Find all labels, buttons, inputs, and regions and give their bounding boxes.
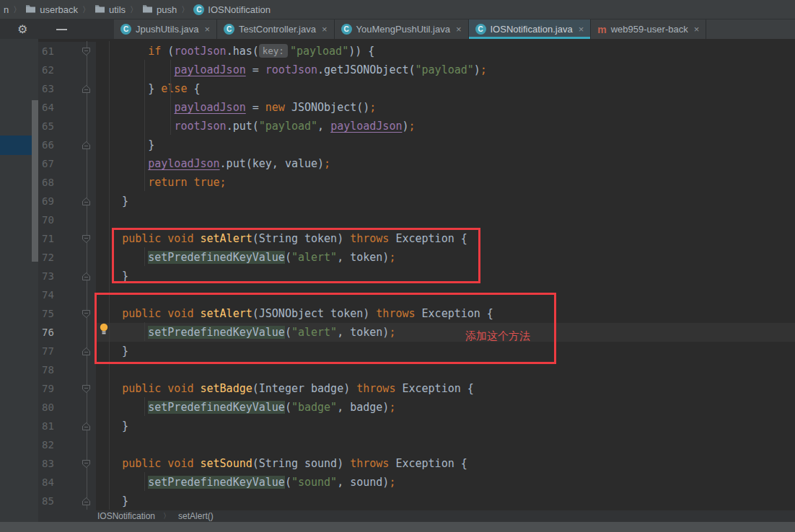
code-text[interactable]: [96, 360, 795, 379]
fold-marker-down-icon[interactable]: [76, 304, 96, 323]
code-editor[interactable]: 61 if (rootJson.has(key:"payload")) {62 …: [38, 39, 795, 510]
code-line-84: 84 setPredefinedKeyValue("sound", sound)…: [38, 473, 795, 492]
code-text[interactable]: payloadJson.put(key, value);: [96, 154, 795, 173]
close-icon[interactable]: ×: [456, 24, 462, 35]
editor-gutter[interactable]: 81: [38, 417, 96, 435]
breadcrumb-method[interactable]: setAlert(): [178, 511, 214, 521]
tab-iosnotification-java[interactable]: CIOSNotification.java×: [469, 19, 592, 39]
editor-gutter[interactable]: 68: [38, 173, 96, 192]
intention-bulb-icon[interactable]: [99, 323, 109, 337]
editor-gutter[interactable]: 66: [38, 136, 96, 154]
editor-gutter[interactable]: 70: [38, 210, 96, 229]
breadcrumb-item-userback[interactable]: userback: [23, 4, 80, 15]
gear-icon[interactable]: ⚙: [17, 24, 27, 35]
breadcrumb-item-utils[interactable]: utils: [92, 4, 128, 15]
fold-marker-down-icon[interactable]: [76, 229, 96, 248]
editor-gutter[interactable]: 75: [38, 304, 96, 323]
code-text[interactable]: setPredefinedKeyValue("sound", sound);: [96, 473, 795, 492]
editor-gutter[interactable]: 71: [38, 229, 96, 248]
code-line-85: 85 }: [38, 492, 795, 510]
ide-window: n〉userback〉utils〉push〉CIOSNotification ⚙…: [0, 0, 795, 532]
code-text[interactable]: rootJson.put("payload", payloadJson);: [96, 117, 795, 136]
code-text[interactable]: setPredefinedKeyValue("alert", token);: [96, 323, 795, 342]
code-text[interactable]: } else {: [96, 79, 795, 98]
fold-column: [76, 285, 96, 304]
breadcrumb-label: userback: [40, 4, 78, 15]
close-icon[interactable]: ×: [579, 24, 584, 35]
fold-marker-up-icon[interactable]: [76, 267, 96, 285]
editor-gutter[interactable]: 78: [38, 360, 96, 379]
tab-jpushutils-java[interactable]: CJpushUtils.java×: [114, 19, 217, 39]
line-number: 72: [38, 248, 76, 267]
editor-gutter[interactable]: 62: [38, 61, 96, 79]
editor-gutter[interactable]: 72: [38, 248, 96, 267]
breadcrumb-class[interactable]: IOSNotification: [97, 511, 155, 521]
line-number: 62: [38, 61, 76, 79]
fold-marker-up-icon[interactable]: [76, 492, 96, 510]
code-text[interactable]: [96, 285, 795, 304]
code-text[interactable]: }: [96, 417, 795, 435]
close-icon[interactable]: ×: [322, 24, 328, 35]
fold-marker-down-icon[interactable]: [76, 42, 96, 61]
code-text[interactable]: return true;: [96, 173, 795, 192]
editor-gutter[interactable]: 65: [38, 117, 96, 136]
editor-gutter[interactable]: 82: [38, 435, 96, 454]
line-number: 84: [38, 473, 76, 492]
line-number: 77: [38, 342, 76, 360]
editor-gutter[interactable]: 63: [38, 79, 96, 98]
fold-marker-up-icon[interactable]: [76, 417, 96, 435]
tab-web959-user-back[interactable]: mweb959-user-back×: [591, 19, 706, 39]
editor-gutter[interactable]: 77: [38, 342, 96, 360]
tab-testcontroller-java[interactable]: CTestController.java×: [217, 19, 335, 39]
close-icon[interactable]: ×: [694, 24, 700, 35]
line-number: 78: [38, 360, 76, 379]
editor-gutter[interactable]: 67: [38, 154, 96, 173]
editor-gutter[interactable]: 76: [38, 323, 96, 342]
editor-gutter[interactable]: 80: [38, 398, 96, 417]
code-text[interactable]: public void setAlert(JSONObject token) t…: [96, 304, 795, 323]
fold-column: [76, 154, 96, 173]
code-text[interactable]: payloadJson = new JSONObject();: [96, 98, 795, 117]
code-text[interactable]: public void setSound(String sound) throw…: [96, 454, 795, 473]
fold-marker-up-icon[interactable]: [76, 192, 96, 210]
code-text[interactable]: }: [96, 492, 795, 510]
fold-marker-down-icon[interactable]: [76, 379, 96, 398]
fold-marker-up-icon[interactable]: [76, 342, 96, 360]
code-line-82: 82: [38, 435, 795, 454]
editor-gutter[interactable]: 79: [38, 379, 96, 398]
fold-marker-down-icon[interactable]: [76, 454, 96, 473]
editor-gutter[interactable]: 84: [38, 473, 96, 492]
editor-gutter[interactable]: 83: [38, 454, 96, 473]
editor-gutter[interactable]: 74: [38, 285, 96, 304]
fold-marker-up-icon[interactable]: [76, 136, 96, 154]
editor-gutter[interactable]: 73: [38, 267, 96, 285]
code-text[interactable]: [96, 210, 795, 229]
breadcrumb-item-n[interactable]: n: [1, 4, 11, 15]
code-text[interactable]: }: [96, 342, 795, 360]
code-text[interactable]: }: [96, 136, 795, 154]
hide-panel-icon[interactable]: [56, 29, 67, 30]
code-line-77: 77 }: [38, 342, 795, 360]
code-text[interactable]: public void setAlert(String token) throw…: [96, 229, 795, 248]
code-text[interactable]: [96, 435, 795, 454]
line-number: 79: [38, 379, 76, 398]
code-text[interactable]: }: [96, 267, 795, 285]
editor-gutter[interactable]: 85: [38, 492, 96, 510]
code-text[interactable]: if (rootJson.has(key:"payload")) {: [96, 42, 795, 61]
editor-gutter[interactable]: 69: [38, 192, 96, 210]
breadcrumb-item-iosnotification[interactable]: CIOSNotification: [191, 4, 273, 15]
editor-gutter[interactable]: 64: [38, 98, 96, 117]
code-text[interactable]: }: [96, 192, 795, 210]
tab-youmengpushutil-java[interactable]: CYouMengPushUtil.java×: [335, 19, 469, 39]
code-text[interactable]: setPredefinedKeyValue("badge", badge);: [96, 398, 795, 417]
code-text[interactable]: setPredefinedKeyValue("alert", token);: [96, 248, 795, 267]
fold-marker-up-icon[interactable]: [76, 79, 96, 98]
close-icon[interactable]: ×: [204, 24, 210, 35]
editor-gutter[interactable]: 61: [38, 42, 96, 61]
panel-selection-highlight: [0, 136, 34, 155]
code-text[interactable]: payloadJson = rootJson.getJSONObject("pa…: [96, 61, 795, 79]
panel-scrollbar-thumb[interactable]: [32, 100, 38, 262]
breadcrumb-item-push[interactable]: push: [140, 4, 179, 15]
code-text[interactable]: public void setBadge(Integer badge) thro…: [96, 379, 795, 398]
chevron-right-icon: 〉: [161, 511, 172, 521]
